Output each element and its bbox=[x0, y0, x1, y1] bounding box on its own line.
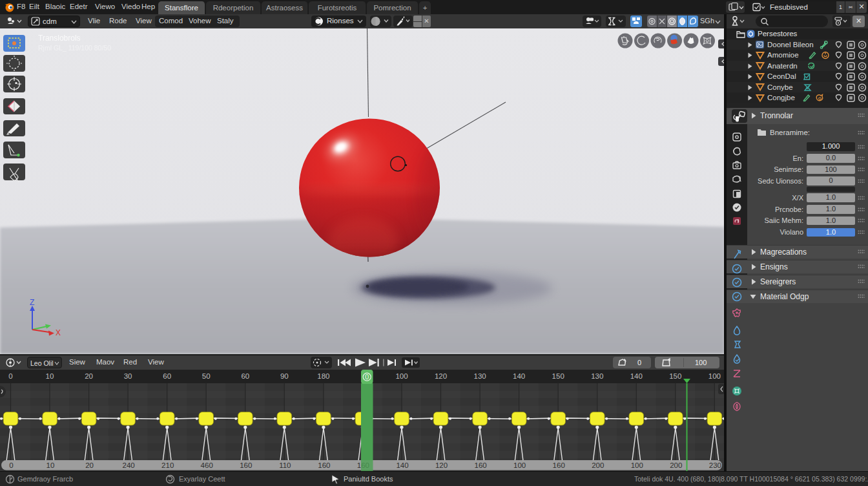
svg-text:140: 140 bbox=[513, 372, 525, 380]
svg-text:200: 200 bbox=[592, 461, 604, 469]
svg-text:100: 100 bbox=[631, 461, 643, 469]
svg-text:200: 200 bbox=[670, 461, 682, 469]
svg-text:100: 100 bbox=[708, 372, 721, 380]
svg-text:240: 240 bbox=[123, 461, 135, 469]
svg-text:120: 120 bbox=[435, 372, 447, 380]
svg-text:120: 120 bbox=[435, 461, 448, 469]
svg-text:460: 460 bbox=[201, 461, 213, 469]
svg-text:230: 230 bbox=[709, 461, 721, 469]
svg-text:0: 0 bbox=[9, 461, 13, 469]
svg-text:Rjml GL_ 119/100 80/50: Rjml GL_ 119/100 80/50 bbox=[38, 44, 111, 52]
svg-text:60: 60 bbox=[241, 372, 249, 380]
svg-text:10: 10 bbox=[46, 461, 55, 469]
svg-text:X: X bbox=[56, 328, 61, 337]
svg-text:100: 100 bbox=[513, 461, 526, 469]
svg-text:160: 160 bbox=[318, 461, 330, 469]
svg-text:60: 60 bbox=[163, 372, 171, 380]
svg-text:140: 140 bbox=[630, 372, 643, 380]
svg-text:150: 150 bbox=[669, 372, 681, 380]
svg-text:130: 130 bbox=[474, 372, 486, 380]
svg-text:10: 10 bbox=[46, 372, 54, 380]
svg-text:0: 0 bbox=[365, 373, 369, 381]
svg-text:210: 210 bbox=[161, 461, 174, 469]
svg-text:Translobrols: Translobrols bbox=[38, 34, 81, 43]
svg-text:140: 140 bbox=[396, 461, 408, 469]
svg-text:Z: Z bbox=[30, 298, 34, 307]
svg-text:160: 160 bbox=[475, 461, 487, 469]
svg-text:0: 0 bbox=[8, 372, 12, 380]
svg-text:50: 50 bbox=[202, 372, 211, 380]
svg-text:100: 100 bbox=[395, 372, 408, 380]
svg-text:90: 90 bbox=[280, 372, 289, 380]
svg-text:180: 180 bbox=[317, 372, 329, 380]
svg-text:20: 20 bbox=[85, 372, 93, 380]
svg-text:160: 160 bbox=[553, 461, 565, 469]
svg-text:150: 150 bbox=[552, 372, 564, 380]
svg-text:30: 30 bbox=[124, 372, 132, 380]
svg-text:20: 20 bbox=[85, 461, 94, 469]
svg-text:110: 110 bbox=[279, 461, 291, 469]
svg-text:160: 160 bbox=[240, 461, 252, 469]
svg-text:130: 130 bbox=[591, 372, 603, 380]
